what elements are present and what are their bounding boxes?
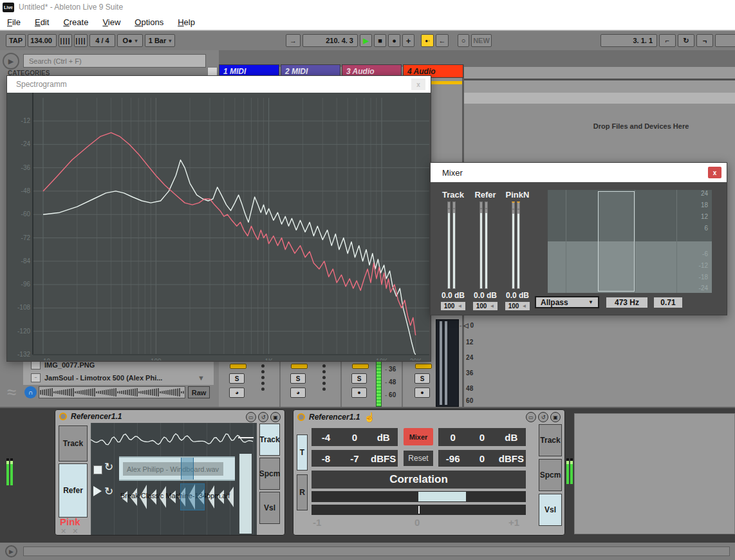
track4-arm-button[interactable]: ●: [414, 387, 430, 398]
device-titlebar[interactable]: Referencer1.1 ☝: [297, 412, 375, 422]
channel-value-stepper[interactable]: 100 ◄: [472, 301, 498, 311]
hot-swap-icon[interactable]: ≈: [1, 382, 22, 404]
device-power-icon[interactable]: [59, 413, 67, 420]
loop-icon[interactable]: ↻: [104, 460, 113, 474]
search-input[interactable]: Search (Ctrl + F): [23, 54, 206, 68]
pink-close-icons[interactable]: ✕ ✕: [60, 527, 80, 536]
hotswap-icon[interactable]: ↺: [258, 412, 268, 422]
clip-a-waveform[interactable]: Alex Philipp - Windboard.wav: [119, 456, 235, 481]
track2-arm-button[interactable]: ◕: [290, 387, 306, 398]
play-icon[interactable]: [93, 486, 102, 496]
track2-solo-button[interactable]: S: [290, 373, 306, 384]
close-icon[interactable]: x: [708, 167, 721, 178]
filter-freq-field[interactable]: 473 Hz: [606, 297, 648, 308]
track4-solo-button[interactable]: S: [414, 373, 430, 384]
menu-view[interactable]: View: [95, 17, 127, 27]
capture-new-button[interactable]: NEW: [471, 34, 492, 47]
follow-button[interactable]: →: [286, 34, 301, 47]
overdub-button[interactable]: +: [402, 34, 414, 47]
reenable-automation-button[interactable]: ←: [436, 34, 449, 47]
save-icon[interactable]: ▣: [270, 412, 281, 422]
close-icon[interactable]: x: [411, 79, 425, 90]
track2-activator-button[interactable]: [291, 364, 308, 369]
menu-file[interactable]: File: [0, 17, 28, 27]
track3-solo-button[interactable]: S: [351, 373, 367, 384]
arrangement-position-field[interactable]: 210. 4. 3: [302, 34, 358, 47]
fold-icon[interactable]: ▭: [526, 412, 536, 422]
t-channel-button[interactable]: T: [297, 434, 308, 471]
eq-display[interactable]: 24 18 12 6 -6 -12 -18 -24: [548, 190, 712, 293]
track1-solo-button[interactable]: S: [229, 373, 245, 384]
track-source-button[interactable]: Track: [59, 425, 88, 462]
loop-length-field[interactable]: 4: [715, 34, 735, 47]
pink-label[interactable]: Pink: [60, 516, 80, 527]
track3-activator-button[interactable]: [352, 364, 369, 369]
view-vsl-button[interactable]: Vsl: [539, 494, 562, 526]
metronome-button[interactable]: O● ▾: [117, 34, 143, 47]
eq-selected-band[interactable]: [598, 191, 635, 292]
tempo-field[interactable]: 134.00: [28, 34, 57, 47]
spectrogram-titlebar[interactable]: Spectrogramm x: [7, 76, 431, 93]
status-play-icon[interactable]: ▶: [5, 545, 17, 557]
automation-arm-button[interactable]: ●◦: [421, 34, 434, 47]
clip-a-selection[interactable]: [181, 458, 194, 480]
stop-button[interactable]: ■: [374, 34, 386, 47]
preview-headphone-icon[interactable]: ∩: [24, 386, 37, 398]
view-track-button[interactable]: Track: [539, 424, 562, 456]
play-button[interactable]: ▶: [360, 34, 372, 47]
preview-waveform[interactable]: [39, 386, 185, 398]
view-track-button[interactable]: Track: [259, 424, 280, 456]
track1-arm-button[interactable]: ◕: [229, 387, 245, 398]
file-row[interactable]: ~ JamSoul - Limotrox 500 (Alex Phi... ▼: [23, 372, 214, 384]
menu-create[interactable]: Create: [56, 17, 95, 27]
channel-fader[interactable]: [485, 201, 488, 289]
device-titlebar[interactable]: Referencer1.1: [59, 412, 122, 421]
mixer-open-button[interactable]: Mixer: [404, 428, 433, 445]
channel-fader[interactable]: [447, 201, 451, 289]
track4-activator-button[interactable]: [415, 364, 432, 369]
filter-type-dropdown[interactable]: Allpass ▼: [535, 296, 599, 308]
view-spcm-button[interactable]: Spcm: [539, 459, 562, 491]
save-icon[interactable]: ▣: [550, 412, 561, 422]
channel-fader[interactable]: [517, 201, 520, 289]
menu-options[interactable]: Options: [127, 17, 171, 27]
mixer-titlebar[interactable]: Mixer x: [431, 163, 727, 182]
view-vsl-button[interactable]: Vsl: [259, 492, 280, 524]
filter-q-field[interactable]: 0.71: [653, 297, 683, 308]
quantize-menu[interactable]: 1 Bar ▾: [145, 34, 175, 47]
browser-play-icon[interactable]: ▶: [3, 53, 19, 70]
raw-button[interactable]: Raw: [188, 386, 210, 398]
device-power-icon[interactable]: [297, 413, 305, 421]
fold-icon[interactable]: ▭: [246, 412, 256, 422]
loop-icon[interactable]: ↻: [104, 485, 113, 498]
track3-arm-button[interactable]: ●: [351, 387, 367, 398]
menu-help[interactable]: Help: [171, 17, 202, 27]
reset-button[interactable]: Reset: [404, 451, 433, 466]
r-channel-button[interactable]: R: [297, 474, 308, 510]
record-button[interactable]: ●: [388, 34, 400, 47]
nudge-up-button[interactable]: ||||: [74, 34, 88, 47]
scroll-down-icon[interactable]: ▼: [198, 374, 205, 382]
view-spcm-button[interactable]: Spcm: [259, 458, 280, 490]
channel-fader[interactable]: [479, 201, 483, 289]
loop-start-field[interactable]: 3. 1. 1: [600, 34, 657, 47]
menu-edit[interactable]: Edit: [28, 17, 56, 27]
session-record-button[interactable]: ○: [458, 34, 469, 47]
clip-b-waveform[interactable]: Break Classic Machine-134bpm.aif: [119, 483, 235, 510]
channel-value-stepper[interactable]: 100 ◄: [440, 301, 466, 311]
hotswap-icon[interactable]: ↺: [538, 412, 548, 422]
time-signature-field[interactable]: 4 / 4: [89, 34, 115, 47]
refer-source-button[interactable]: Refer: [59, 463, 88, 518]
channel-value-stepper[interactable]: 100 ◄: [505, 301, 530, 311]
clip-b-selection[interactable]: [180, 483, 205, 510]
punch-out-icon[interactable]: ¬: [696, 34, 713, 47]
channel-fader[interactable]: [452, 201, 456, 289]
loop-switch-icon[interactable]: ↻: [678, 34, 694, 47]
track1-activator-button[interactable]: [230, 364, 247, 369]
clip-stop-button[interactable]: [93, 465, 102, 474]
punch-in-icon[interactable]: ⌐: [659, 34, 676, 47]
gain-fader[interactable]: [239, 454, 252, 534]
nudge-down-button[interactable]: ||||: [59, 34, 72, 47]
channel-fader[interactable]: [512, 201, 515, 289]
tap-tempo-button[interactable]: TAP: [6, 34, 26, 47]
